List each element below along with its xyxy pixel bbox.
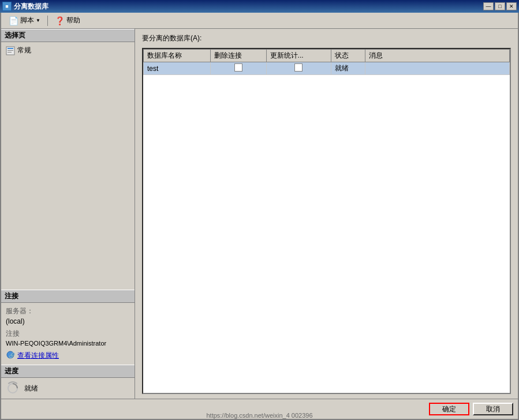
nav-item-label: 常规 bbox=[17, 46, 31, 55]
server-value: (local) bbox=[6, 317, 130, 325]
svg-rect-3 bbox=[8, 52, 12, 52]
content-area: 选择页 常规 注接 bbox=[1, 29, 518, 399]
help-label: 帮助 bbox=[66, 16, 80, 25]
minimize-button[interactable]: — bbox=[483, 2, 494, 10]
cancel-button[interactable]: 取消 bbox=[473, 403, 513, 415]
view-connection-properties-link[interactable]: 🔗 查看连接属性 bbox=[6, 350, 130, 361]
col-header-message: 消息 bbox=[365, 50, 510, 62]
toolbar: 📄 脚本 ▼ ❓ 帮助 bbox=[1, 13, 518, 29]
update-stats-checkbox[interactable] bbox=[294, 63, 303, 72]
title-bar-left: ■ 分离数据库 bbox=[2, 2, 48, 12]
script-dropdown-arrow: ▼ bbox=[36, 18, 40, 23]
table-row: test 就绪 bbox=[144, 62, 510, 75]
svg-rect-2 bbox=[8, 50, 13, 51]
script-icon: 📄 bbox=[9, 16, 18, 25]
nav-item-general[interactable]: 常规 bbox=[3, 44, 132, 57]
progress-section: 就绪 bbox=[1, 378, 135, 399]
progress-status: 就绪 bbox=[24, 384, 38, 393]
connection-link-icon: 🔗 bbox=[6, 350, 15, 361]
left-panel: 选择页 常规 注接 bbox=[1, 29, 135, 399]
window-title: 分离数据库 bbox=[14, 2, 48, 12]
right-panel: 要分离的数据库(A): 数据库名称 删除连接 更新统计... 状态 消息 bbox=[135, 29, 518, 399]
general-icon bbox=[6, 46, 15, 55]
help-button[interactable]: ❓ 帮助 bbox=[51, 14, 84, 27]
connection-section-header: 注接 bbox=[1, 290, 135, 303]
help-icon: ❓ bbox=[55, 16, 65, 25]
maximize-button[interactable]: □ bbox=[495, 2, 505, 10]
col-header-dbname: 数据库名称 bbox=[144, 50, 211, 62]
app-icon: ■ bbox=[2, 2, 12, 11]
title-buttons[interactable]: — □ ✕ bbox=[483, 2, 517, 10]
svg-text:🔗: 🔗 bbox=[9, 352, 15, 359]
cell-drop[interactable] bbox=[210, 62, 266, 75]
toolbar-separator bbox=[47, 16, 48, 26]
view-connection-label: 查看连接属性 bbox=[17, 351, 59, 361]
main-window: 📄 脚本 ▼ ❓ 帮助 选择页 bbox=[0, 13, 519, 420]
db-table-container: 数据库名称 删除连接 更新统计... 状态 消息 test bbox=[142, 48, 511, 394]
col-header-update: 更新统计... bbox=[266, 50, 331, 62]
ok-button[interactable]: 确定 bbox=[429, 403, 469, 415]
cell-update[interactable] bbox=[266, 62, 331, 75]
script-label: 脚本 bbox=[20, 16, 34, 25]
svg-rect-1 bbox=[8, 48, 13, 49]
progress-spinner bbox=[6, 381, 20, 395]
db-table: 数据库名称 删除连接 更新统计... 状态 消息 test bbox=[143, 49, 510, 75]
nav-section: 常规 bbox=[1, 42, 135, 168]
connection-value: WIN-PEQOIQ3GRM4\Administrator bbox=[6, 340, 130, 347]
panel-title: 要分离的数据库(A): bbox=[142, 33, 511, 43]
cell-status: 就绪 bbox=[331, 62, 365, 75]
progress-section-header: 进度 bbox=[1, 365, 135, 378]
cell-dbname: test bbox=[144, 62, 211, 75]
status-watermark: https://blog.csdn.net/weixin_4 002396 bbox=[206, 412, 312, 419]
drop-connections-checkbox[interactable] bbox=[234, 63, 242, 72]
server-label: 服务器： bbox=[6, 306, 130, 316]
cell-message bbox=[365, 62, 510, 75]
col-header-status: 状态 bbox=[331, 50, 365, 62]
col-header-drop: 删除连接 bbox=[210, 50, 266, 62]
nav-section-header: 选择页 bbox=[1, 29, 135, 42]
title-bar: ■ 分离数据库 — □ ✕ bbox=[0, 0, 519, 13]
connection-label: 注接 bbox=[6, 329, 130, 339]
close-button[interactable]: ✕ bbox=[506, 2, 517, 10]
connection-section: 服务器： (local) 注接 WIN-PEQOIQ3GRM4\Administ… bbox=[1, 303, 135, 365]
nav-spacer bbox=[1, 168, 135, 290]
script-button[interactable]: 📄 脚本 ▼ bbox=[5, 14, 44, 27]
